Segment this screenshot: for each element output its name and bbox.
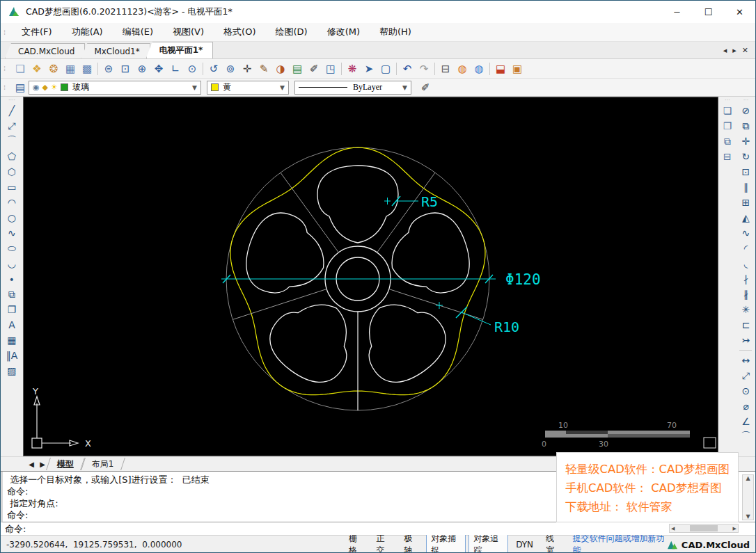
dim-angular-icon[interactable]: ∠	[737, 414, 755, 429]
petal-outline[interactable]	[347, 284, 457, 394]
rectangle-icon[interactable]: ▭	[3, 179, 21, 195]
ucs-axes-icon[interactable]: ∟	[167, 61, 184, 77]
layer-combobox[interactable]: ◉ ◆ ☀ 玻璃 ▼	[29, 81, 201, 95]
mirror-icon[interactable]: ◭	[737, 210, 755, 225]
draworder-below-icon[interactable]: ⊟	[718, 149, 737, 164]
create-block-icon[interactable]: ❐	[3, 302, 21, 317]
maximize-button[interactable]: ☐	[693, 1, 724, 23]
drawing-canvas[interactable]: Φ120 R5 R10 Y X 10 70 0 30	[23, 97, 718, 456]
linetype-combobox-arrow-icon[interactable]: ▼	[400, 84, 409, 91]
close-button[interactable]: ✕	[724, 1, 755, 23]
color-combobox[interactable]: 黄 ▼	[207, 81, 289, 95]
spoke-line[interactable]	[377, 173, 436, 253]
open-cloud-icon[interactable]: ❂	[45, 61, 62, 77]
spline-icon[interactable]: ∿	[3, 225, 21, 241]
layers-stack-icon[interactable]: ▤	[12, 80, 29, 95]
menu-help[interactable]: 帮助(H)	[370, 23, 421, 41]
save-icon[interactable]: ▦	[62, 61, 79, 77]
circle-icon[interactable]: ○	[3, 210, 21, 225]
menu-draw[interactable]: 绘图(D)	[265, 23, 317, 41]
select-tool-icon[interactable]: ➤	[361, 61, 377, 77]
tab-layout1[interactable]: 布局1	[81, 458, 125, 470]
text-icon[interactable]: A	[3, 317, 21, 332]
insert-image-icon[interactable]: ▢	[377, 61, 394, 77]
command-hscrollbar[interactable]: ◀▶	[669, 524, 739, 533]
table-icon[interactable]: ▦	[3, 332, 21, 348]
dimension-r10[interactable]: R10	[436, 302, 519, 335]
tab-model[interactable]: 模型	[46, 458, 85, 470]
join-icon[interactable]: ↣	[737, 332, 755, 348]
menu-file[interactable]: 文件(F)	[12, 23, 62, 41]
menu-edit[interactable]: 编辑(E)	[113, 23, 163, 41]
zoom-dynamic-icon[interactable]: ⊜	[100, 61, 117, 77]
zoom-window-icon[interactable]: ⊡	[117, 61, 134, 77]
ellipse-icon[interactable]: ⬭	[3, 241, 21, 256]
color-combobox-arrow-icon[interactable]: ▼	[278, 84, 287, 91]
toggle-DYN[interactable]: DYN	[511, 538, 538, 552]
command-input[interactable]: 命令:	[1, 522, 755, 536]
zoom-previous-icon[interactable]: ↺	[205, 61, 222, 77]
petal-outline[interactable]	[317, 166, 398, 243]
linetype-combobox[interactable]: ByLayer ▼	[294, 81, 411, 95]
dimension-r5[interactable]: R5	[384, 193, 438, 210]
match-properties-icon[interactable]: ✐	[417, 80, 434, 95]
draworder-front-icon[interactable]: ❏	[718, 103, 737, 118]
pan-icon[interactable]: ✥	[150, 61, 167, 77]
tab-next-icon[interactable]: ▸	[732, 46, 737, 55]
array-icon[interactable]: ⊞	[737, 195, 755, 210]
doc-tab-tv-plan[interactable]: 电视平面1*	[146, 42, 214, 58]
doc-tab-mxcloud1[interactable]: MxCloud1*	[81, 43, 150, 58]
dimension-phi120[interactable]: Φ120	[221, 271, 541, 288]
save-as-icon[interactable]: ▩	[79, 61, 95, 77]
offset-icon[interactable]: ∥	[737, 179, 755, 195]
hatch-icon[interactable]: ▨	[3, 363, 21, 378]
scale-icon[interactable]: ⊡	[737, 164, 755, 179]
stretch-icon[interactable]: ⊏	[737, 317, 755, 332]
pdf-export-icon[interactable]: ⬓	[492, 61, 509, 77]
menu-format[interactable]: 格式(O)	[214, 23, 265, 41]
snapshot-icon[interactable]: ▣	[509, 61, 526, 77]
construction-line-icon[interactable]: ⤢	[3, 118, 21, 134]
tab-close-icon[interactable]: ✕	[742, 46, 748, 55]
new-file-icon[interactable]: ❏	[12, 61, 29, 77]
polygon-icon[interactable]: ⬠	[3, 149, 21, 164]
spoke-line[interactable]	[389, 289, 483, 320]
open-file-icon[interactable]: ❖	[29, 61, 45, 77]
draw-pen-icon[interactable]: ✎	[255, 61, 272, 77]
spoke-line[interactable]	[281, 173, 339, 253]
tab-prev-icon[interactable]: ◂	[723, 46, 727, 55]
ellipse-arc-icon[interactable]: ◡	[3, 256, 21, 271]
petal-outline[interactable]	[258, 284, 369, 394]
redo-icon[interactable]: ↷	[416, 61, 432, 77]
zoom-extents-icon[interactable]: ⊕	[134, 61, 150, 77]
print-icon[interactable]: ⊟	[437, 61, 454, 77]
dim-radius-icon[interactable]: ⊙	[737, 383, 755, 399]
text-style-icon[interactable]: ❋	[344, 61, 361, 77]
zoom-in-icon[interactable]: ⊙	[184, 61, 200, 77]
polyline-icon[interactable]: ⌒	[3, 134, 21, 149]
undo-icon[interactable]: ↶	[399, 61, 416, 77]
draw-line-icon[interactable]: ╱	[3, 103, 21, 118]
rotate-icon[interactable]: ↻	[737, 149, 755, 164]
zoom-object-icon[interactable]: ⊚	[222, 61, 239, 77]
layer-manager-icon[interactable]: ▤	[289, 61, 306, 77]
minimize-button[interactable]: ─	[661, 1, 693, 23]
mxcloud-web-icon[interactable]: ◍	[454, 61, 471, 77]
erase-icon[interactable]: ⊘	[737, 103, 755, 118]
export-view-icon[interactable]: ◳	[322, 61, 339, 77]
dim-arc-icon[interactable]: ⌒	[737, 429, 755, 444]
cad-online-icon[interactable]: ◍	[471, 61, 487, 77]
doc-tab-mxcloud[interactable]: CAD.MxCloud	[5, 43, 85, 58]
dim-aligned-icon[interactable]: ⤢	[737, 368, 755, 383]
drawing-svg[interactable]: Φ120 R5 R10 Y X 10 70 0 30	[24, 97, 718, 456]
spoke-line[interactable]	[233, 289, 326, 320]
property-brush-icon[interactable]: ✐	[306, 61, 322, 77]
fillet-icon[interactable]: ◜	[737, 241, 755, 256]
draworder-above-icon[interactable]: ⧉	[718, 134, 737, 149]
freehand-polygon-icon[interactable]: ⬡	[3, 164, 21, 179]
menu-function[interactable]: 功能(A)	[62, 23, 113, 41]
move-icon[interactable]: ✛	[737, 134, 755, 149]
layer-combobox-arrow-icon[interactable]: ▼	[190, 84, 199, 91]
menu-modify[interactable]: 修改(M)	[317, 23, 370, 41]
insert-block-icon[interactable]: ⧉	[3, 287, 21, 302]
